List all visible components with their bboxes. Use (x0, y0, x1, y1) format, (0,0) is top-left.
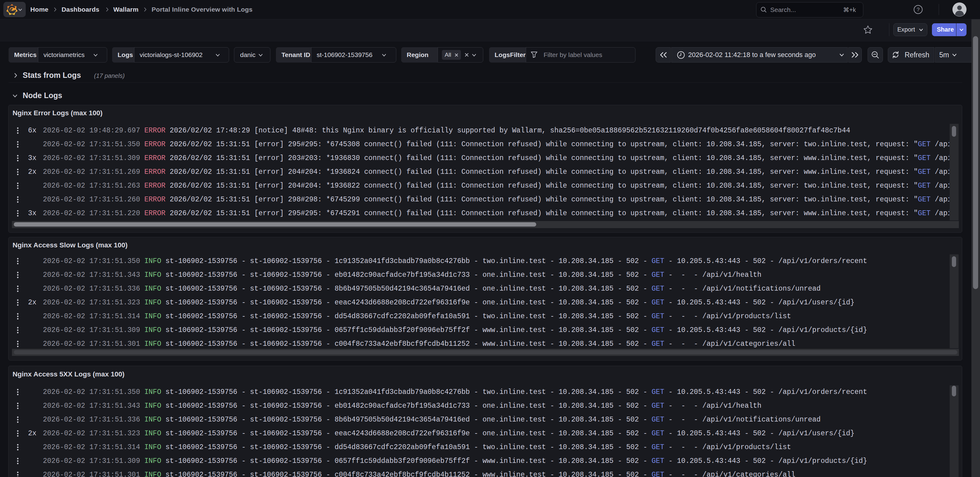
svg-text:?: ? (916, 7, 920, 13)
